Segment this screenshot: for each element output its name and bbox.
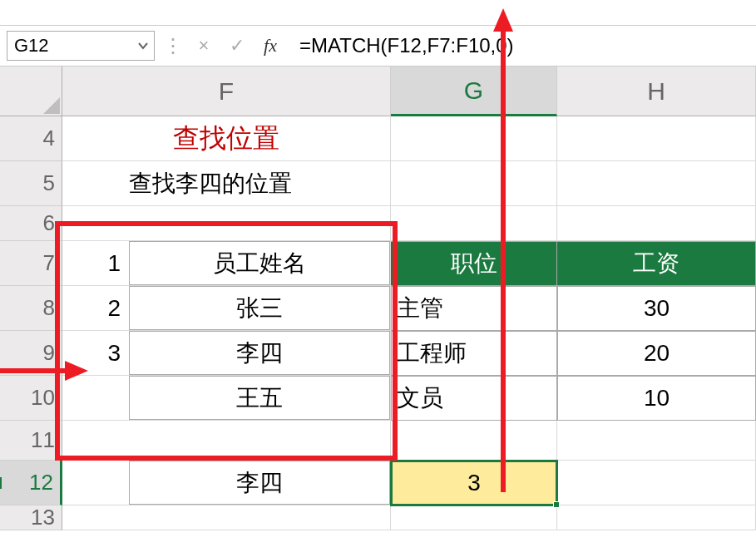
cell-H10[interactable]: 10 xyxy=(557,376,756,421)
cell-H4[interactable] xyxy=(557,116,756,161)
row-7: 7 1 员工姓名 职位 工资 xyxy=(0,241,756,286)
cell-G12-active[interactable]: 3 xyxy=(391,461,557,505)
cell-G13[interactable] xyxy=(391,505,557,530)
enter-button[interactable]: ✓ xyxy=(225,33,250,58)
cell-H5[interactable] xyxy=(557,161,756,206)
emp-name-1: 李四 xyxy=(129,331,390,375)
row-label-2: 2 xyxy=(62,286,129,330)
fx-button[interactable]: fx xyxy=(258,33,283,58)
cell-G10[interactable]: 文员 xyxy=(391,376,557,421)
row-8: 8 2 张三 主管 30 xyxy=(0,286,756,331)
row-header-11[interactable]: 11 xyxy=(0,421,62,461)
row-11: 11 xyxy=(0,421,756,461)
col-header-G[interactable]: G xyxy=(391,67,557,116)
cell-H13[interactable] xyxy=(557,505,756,530)
row-9: 9 3 李四 工程师 20 xyxy=(0,331,756,376)
cell-G8[interactable]: 主管 xyxy=(391,286,557,331)
cell-F12[interactable]: 李四 xyxy=(62,461,391,505)
cell-F11[interactable] xyxy=(62,421,391,461)
cell-F13[interactable] xyxy=(62,505,391,530)
cell-F9[interactable]: 3 李四 xyxy=(62,331,391,376)
dots-icon: ⋮ xyxy=(163,34,183,57)
cell-H6[interactable] xyxy=(557,206,756,241)
row-header-5[interactable]: 5 xyxy=(0,161,62,206)
fx-controls: ⋮ × ✓ fx xyxy=(155,26,291,66)
formula-bar: G12 ⋮ × ✓ fx =MATCH(F12,F7:F10,0) xyxy=(0,25,756,67)
table-header-name: 员工姓名 xyxy=(129,241,390,285)
row-header-12[interactable]: 12 xyxy=(0,461,62,505)
select-all-corner[interactable] xyxy=(0,67,62,116)
spreadsheet-grid: F G H 4 查找位置 5 查找李四的位置 6 7 1 员工姓名 职位 工资 xyxy=(0,67,756,530)
cell-G11[interactable] xyxy=(391,421,557,461)
name-box-value: G12 xyxy=(14,35,49,57)
lookup-name: 李四 xyxy=(129,461,390,505)
formula-text: =MATCH(F12,F7:F10,0) xyxy=(299,34,514,57)
row-header-9[interactable]: 9 xyxy=(0,331,62,376)
cell-H9[interactable]: 20 xyxy=(557,331,756,376)
cell-G6[interactable] xyxy=(391,206,557,241)
fill-handle[interactable] xyxy=(553,501,560,508)
cell-F8[interactable]: 2 张三 xyxy=(62,286,391,331)
row-6: 6 xyxy=(0,206,756,241)
row-label-3: 3 xyxy=(62,331,129,375)
cell-F7[interactable]: 1 员工姓名 xyxy=(62,241,391,286)
row-header-6[interactable]: 6 xyxy=(0,206,62,241)
cell-H7[interactable]: 工资 xyxy=(557,241,756,286)
cell-G4[interactable] xyxy=(391,116,557,161)
name-box[interactable]: G12 xyxy=(7,31,155,61)
cell-G9[interactable]: 工程师 xyxy=(391,331,557,376)
row-label-1: 1 xyxy=(62,241,129,285)
row-10: 10 王五 文员 10 xyxy=(0,376,756,421)
chevron-down-icon[interactable] xyxy=(137,35,149,57)
emp-name-2: 王五 xyxy=(129,376,390,420)
cell-F4[interactable]: 查找位置 xyxy=(62,116,391,161)
row-13: 13 xyxy=(0,505,756,530)
cell-H8[interactable]: 30 xyxy=(557,286,756,331)
row-header-10[interactable]: 10 xyxy=(0,376,62,421)
row-header-8[interactable]: 8 xyxy=(0,286,62,331)
cell-H11[interactable] xyxy=(557,421,756,461)
formula-input[interactable]: =MATCH(F12,F7:F10,0) xyxy=(291,31,756,61)
cell-F6[interactable] xyxy=(62,206,391,241)
row-5: 5 查找李四的位置 xyxy=(0,161,756,206)
row-12: 12 李四 3 xyxy=(0,461,756,505)
row-label-empty xyxy=(62,376,129,420)
row-header-4[interactable]: 4 xyxy=(0,116,62,161)
row-label-blank xyxy=(62,461,129,505)
cell-H12[interactable] xyxy=(557,461,756,505)
cancel-button[interactable]: × xyxy=(191,33,216,58)
lookup-result: 3 xyxy=(467,470,481,496)
col-header-F[interactable]: F xyxy=(62,67,391,116)
col-header-H[interactable]: H xyxy=(557,67,756,116)
column-headers: F G H xyxy=(0,67,756,116)
row-4: 4 查找位置 xyxy=(0,116,756,161)
row-header-7[interactable]: 7 xyxy=(0,241,62,286)
emp-name-0: 张三 xyxy=(129,286,390,330)
cell-F5[interactable]: 查找李四的位置 xyxy=(62,161,391,206)
row-header-13[interactable]: 13 xyxy=(0,505,62,530)
cell-F10[interactable]: 王五 xyxy=(62,376,391,421)
cell-G5[interactable] xyxy=(391,161,557,206)
cell-G7[interactable]: 职位 xyxy=(391,241,557,286)
